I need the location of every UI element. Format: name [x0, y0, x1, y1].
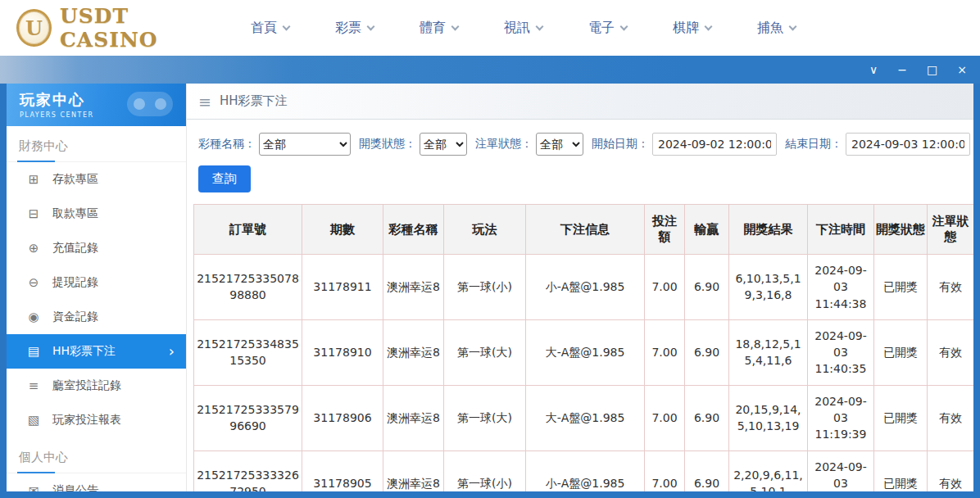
section-personal-center: 個人中心 [7, 437, 186, 473]
sidebar-item[interactable]: ≡廳室投註記錄 [7, 369, 186, 403]
logo-monogram: U [25, 16, 43, 40]
table-cell: 有效 [928, 255, 974, 320]
site-header: U USDT CASINO 首頁彩票體育視訊電子棋牌捕魚 [0, 0, 980, 56]
table-cell: 第一球(小) [444, 450, 526, 491]
sidebar-item-label: 廳室投註記錄 [52, 378, 121, 393]
table-cell: 有效 [928, 385, 974, 450]
table-cell: 2152172533507898880 [194, 255, 302, 320]
table-cell: 大-A盤@1.985 [526, 319, 645, 385]
sidebar-item[interactable]: ▤HH彩票下注› [7, 334, 186, 369]
nav-item[interactable]: 體育 [420, 20, 458, 37]
table-cell: 7.00 [645, 319, 685, 385]
table-cell: 澳洲幸运8 [383, 319, 444, 385]
column-header: 投注額 [645, 205, 685, 255]
nav-item[interactable]: 捕魚 [757, 20, 796, 37]
nav-item-label: 視訊 [504, 20, 530, 37]
filter-label: 開獎狀態： [359, 137, 416, 152]
table-cell: 7.00 [645, 255, 685, 320]
sidebar-item[interactable]: ▧玩家投注報表 [7, 403, 186, 437]
table-cell: 6.90 [685, 450, 729, 491]
player-report-icon: ▧ [26, 413, 41, 428]
chevron-down-icon [451, 22, 460, 30]
nav-item[interactable]: 首頁 [251, 20, 289, 37]
start-date-input[interactable] [652, 133, 777, 156]
sidebar-item-label: 玩家投注報表 [52, 413, 121, 428]
table-cell: 7.00 [645, 450, 685, 491]
column-header: 下注時間 [808, 205, 874, 255]
logo-icon: U [16, 9, 52, 47]
section-finance-center: 財務中心 [7, 126, 186, 162]
sidebar-item-label: 存款專區 [52, 172, 98, 187]
table-cell: 18,8,12,5,15,4,11,6 [729, 319, 808, 385]
table-cell: 已開獎 [874, 255, 928, 320]
table-cell: 2024-09-03 11:40:35 [808, 319, 874, 385]
gamepad-icon [127, 92, 173, 116]
table-cell: 澳洲幸运8 [383, 255, 444, 320]
sidebar-item[interactable]: ⊞存款專區 [7, 162, 186, 197]
main-nav: 首頁彩票體育視訊電子棋牌捕魚 [251, 20, 796, 37]
table-cell: 31178905 [302, 450, 383, 491]
main-content: ≡ HH彩票下注 彩種名稱：全部開獎狀態：全部注單狀態：全部開始日期：結束日期：… [187, 84, 973, 491]
nav-item[interactable]: 視訊 [504, 20, 542, 37]
table-row: 215217253348351535031178910澳洲幸运8第一球(大)大-… [194, 319, 974, 385]
sidebar-item[interactable]: ⊕充值記錄 [7, 231, 186, 265]
window-close-button[interactable]: × [957, 64, 967, 75]
lottery-type-select[interactable]: 全部 [259, 133, 351, 156]
column-header: 下注信息 [526, 205, 645, 255]
column-header: 彩種名稱 [383, 205, 444, 255]
table-cell: 已開獎 [874, 450, 928, 491]
menu-toggle-icon[interactable]: ≡ [198, 93, 211, 111]
search-button[interactable]: 查詢 [198, 165, 251, 192]
sidebar-item[interactable]: ✉消息公告 [7, 473, 186, 491]
table-cell: 31178911 [302, 255, 383, 320]
chevron-down-icon [536, 22, 544, 30]
site-logo[interactable]: U USDT CASINO [16, 4, 221, 52]
end-date-input[interactable] [846, 133, 970, 156]
draw-status-select[interactable]: 全部 [420, 133, 467, 156]
sidebar-header: 玩家中心 PLAYERS CENTER [7, 84, 186, 126]
column-header: 開獎狀態 [874, 205, 928, 255]
sidebar-item[interactable]: ⊟取款專區 [7, 197, 186, 231]
bet-status-select[interactable]: 全部 [536, 133, 583, 156]
recharge-record-icon: ⊕ [26, 241, 41, 256]
bets-table: 訂單號期數彩種名稱玩法下注信息投注額輸贏開獎結果下注時間開獎狀態注單狀態2152… [193, 204, 973, 491]
filter-label: 彩種名稱： [198, 137, 256, 152]
window-maximize-button[interactable]: □ [927, 64, 937, 75]
logo-text: USDT CASINO [60, 4, 221, 52]
window-collapse-button[interactable]: ∨ [869, 64, 878, 75]
table-row: 215217253333267295031178905澳洲幸运8第一球(小)小-… [194, 450, 974, 491]
table-wrap: 訂單號期數彩種名稱玩法下注信息投注額輸贏開獎結果下注時間開獎狀態注單狀態2152… [193, 204, 973, 491]
nav-item[interactable]: 彩票 [335, 20, 374, 37]
nav-item[interactable]: 電子 [588, 20, 627, 37]
app-window: ∨−□× 玩家中心 PLAYERS CENTER 財務中心 ⊞存款專區⊟取款專區… [0, 56, 980, 498]
sidebar-item-label: 取款專區 [52, 206, 98, 221]
table-cell: 小-A盤@1.985 [526, 450, 645, 491]
table-cell: 第一球(大) [444, 319, 526, 385]
table-cell: 小-A盤@1.985 [526, 255, 645, 320]
table-cell: 有效 [928, 319, 974, 385]
table-cell: 2,20,9,6,11,5,10,1 [729, 450, 808, 491]
filter-bar: 彩種名稱：全部開獎狀態：全部注單狀態：全部開始日期：結束日期： 查詢 [187, 120, 973, 192]
nav-item-label: 首頁 [251, 20, 277, 37]
window-body: 玩家中心 PLAYERS CENTER 財務中心 ⊞存款專區⊟取款專區⊕充值記錄… [0, 84, 980, 498]
table-cell: 6.90 [685, 385, 729, 450]
table-cell: 已開獎 [874, 319, 928, 385]
table-cell: 2152172533357996690 [194, 385, 302, 450]
table-cell: 6.90 [685, 319, 729, 385]
column-header: 注單狀態 [928, 205, 974, 255]
sidebar-item[interactable]: ⊖提現記錄 [7, 265, 186, 300]
finance-menu: ⊞存款專區⊟取款專區⊕充值記錄⊖提現記錄◉資金記錄▤HH彩票下注›≡廳室投註記錄… [7, 162, 186, 437]
window-titlebar: ∨−□× [0, 56, 980, 84]
sidebar-item-label: 充值記錄 [52, 241, 98, 256]
sidebar: 玩家中心 PLAYERS CENTER 財務中心 ⊞存款專區⊟取款專區⊕充值記錄… [7, 84, 187, 491]
window-controls: ∨−□× [869, 64, 967, 75]
funds-record-icon: ◉ [26, 310, 41, 324]
window-minimize-button[interactable]: − [897, 64, 907, 75]
table-cell: 有效 [928, 450, 974, 491]
withdrawal-record-icon: ⊖ [26, 275, 41, 290]
sidebar-item[interactable]: ◉資金記錄 [7, 300, 186, 334]
sidebar-item-label: 消息公告 [52, 483, 98, 491]
table-row: 215217253335799669031178906澳洲幸运8第一球(大)大-… [194, 385, 974, 450]
nav-item[interactable]: 棋牌 [673, 20, 711, 37]
table-cell: 6.90 [685, 255, 729, 320]
